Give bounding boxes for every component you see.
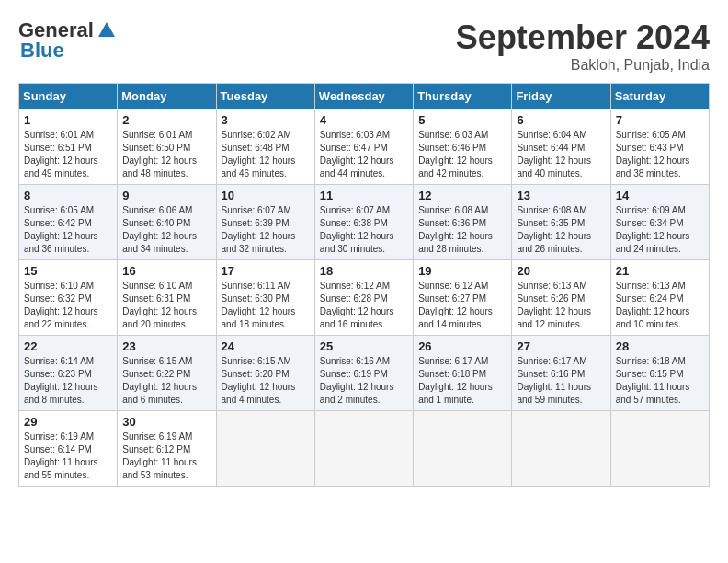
calendar-cell: 8Sunrise: 6:05 AMSunset: 6:42 PMDaylight… [19,185,118,260]
calendar-cell: 10Sunrise: 6:07 AMSunset: 6:39 PMDayligh… [216,185,314,260]
calendar-cell: 25Sunrise: 6:16 AMSunset: 6:19 PMDayligh… [314,336,413,411]
header-cell-friday: Friday [512,84,610,109]
cell-content: Sunrise: 6:14 AMSunset: 6:23 PMDaylight:… [24,355,112,407]
calendar-cell: 17Sunrise: 6:11 AMSunset: 6:30 PMDayligh… [216,260,314,336]
calendar-cell: 23Sunrise: 6:15 AMSunset: 6:22 PMDayligh… [118,336,216,411]
day-number: 5 [418,113,506,127]
calendar-week-row: 15Sunrise: 6:10 AMSunset: 6:32 PMDayligh… [19,260,710,336]
cell-content: Sunrise: 6:07 AMSunset: 6:38 PMDaylight:… [320,204,408,256]
calendar-cell: 1Sunrise: 6:01 AMSunset: 6:51 PMDaylight… [19,109,118,185]
cell-content: Sunrise: 6:05 AMSunset: 6:43 PMDaylight:… [616,129,704,180]
day-number: 8 [24,189,112,202]
cell-content: Sunrise: 6:03 AMSunset: 6:46 PMDaylight:… [418,129,506,180]
day-number: 6 [517,113,605,127]
header-cell-wednesday: Wednesday [314,84,413,109]
calendar-cell [414,411,512,487]
day-number: 29 [24,415,112,429]
cell-content: Sunrise: 6:12 AMSunset: 6:27 PMDaylight:… [418,280,506,331]
cell-content: Sunrise: 6:10 AMSunset: 6:32 PMDaylight:… [24,280,112,331]
cell-content: Sunrise: 6:05 AMSunset: 6:42 PMDaylight:… [24,204,112,256]
calendar-cell: 13Sunrise: 6:08 AMSunset: 6:35 PMDayligh… [512,185,610,260]
calendar-cell: 20Sunrise: 6:13 AMSunset: 6:26 PMDayligh… [512,260,610,336]
calendar-cell: 26Sunrise: 6:17 AMSunset: 6:18 PMDayligh… [414,336,512,411]
day-number: 10 [222,189,310,202]
cell-content: Sunrise: 6:09 AMSunset: 6:34 PMDaylight:… [616,204,704,256]
title-block: September 2024 Bakloh, Punjab, India [456,18,710,74]
header-cell-monday: Monday [118,84,216,109]
cell-content: Sunrise: 6:17 AMSunset: 6:18 PMDaylight:… [418,355,506,407]
cell-content: Sunrise: 6:15 AMSunset: 6:22 PMDaylight:… [122,355,210,407]
calendar-week-row: 8Sunrise: 6:05 AMSunset: 6:42 PMDaylight… [19,185,710,260]
calendar-cell: 6Sunrise: 6:04 AMSunset: 6:44 PMDaylight… [512,109,610,185]
calendar-cell: 24Sunrise: 6:15 AMSunset: 6:20 PMDayligh… [216,336,314,411]
day-number: 9 [122,189,210,202]
calendar-cell: 5Sunrise: 6:03 AMSunset: 6:46 PMDaylight… [414,109,512,185]
cell-content: Sunrise: 6:11 AMSunset: 6:30 PMDaylight:… [222,280,310,331]
cell-content: Sunrise: 6:18 AMSunset: 6:15 PMDaylight:… [616,355,704,407]
calendar-week-row: 22Sunrise: 6:14 AMSunset: 6:23 PMDayligh… [19,336,710,411]
cell-content: Sunrise: 6:19 AMSunset: 6:14 PMDaylight:… [24,431,112,482]
day-number: 25 [320,339,408,353]
cell-content: Sunrise: 6:10 AMSunset: 6:31 PMDaylight:… [122,280,210,331]
calendar-cell: 28Sunrise: 6:18 AMSunset: 6:15 PMDayligh… [610,336,709,411]
day-number: 27 [517,339,605,353]
calendar-cell: 3Sunrise: 6:02 AMSunset: 6:48 PMDaylight… [216,109,314,185]
cell-content: Sunrise: 6:07 AMSunset: 6:39 PMDaylight:… [222,204,310,256]
cell-content: Sunrise: 6:17 AMSunset: 6:16 PMDaylight:… [517,355,605,407]
day-number: 1 [24,113,112,127]
cell-content: Sunrise: 6:13 AMSunset: 6:26 PMDaylight:… [517,280,605,331]
cell-content: Sunrise: 6:08 AMSunset: 6:35 PMDaylight:… [517,204,605,256]
day-number: 24 [222,339,310,353]
day-number: 7 [616,113,704,127]
day-number: 2 [122,113,210,127]
header-cell-saturday: Saturday [610,84,709,109]
cell-content: Sunrise: 6:12 AMSunset: 6:28 PMDaylight:… [320,280,408,331]
calendar-week-row: 1Sunrise: 6:01 AMSunset: 6:51 PMDaylight… [19,109,710,185]
day-number: 26 [418,339,506,353]
day-number: 4 [320,113,408,127]
header-cell-sunday: Sunday [19,84,118,109]
cell-content: Sunrise: 6:03 AMSunset: 6:47 PMDaylight:… [320,129,408,180]
day-number: 16 [122,264,210,278]
cell-content: Sunrise: 6:04 AMSunset: 6:44 PMDaylight:… [517,129,605,180]
cell-content: Sunrise: 6:16 AMSunset: 6:19 PMDaylight:… [320,355,408,407]
day-number: 13 [517,189,605,202]
calendar-cell: 27Sunrise: 6:17 AMSunset: 6:16 PMDayligh… [512,336,610,411]
day-number: 21 [616,264,704,278]
calendar-cell: 22Sunrise: 6:14 AMSunset: 6:23 PMDayligh… [19,336,118,411]
day-number: 28 [616,339,704,353]
calendar-cell: 29Sunrise: 6:19 AMSunset: 6:14 PMDayligh… [19,411,118,487]
calendar-cell: 18Sunrise: 6:12 AMSunset: 6:28 PMDayligh… [314,260,413,336]
day-number: 15 [24,264,112,278]
cell-content: Sunrise: 6:06 AMSunset: 6:40 PMDaylight:… [122,204,210,256]
header-cell-thursday: Thursday [414,84,512,109]
page-header: General Blue September 2024 Bakloh, Punj… [18,18,710,74]
day-number: 30 [122,415,210,429]
calendar-week-row: 29Sunrise: 6:19 AMSunset: 6:14 PMDayligh… [19,411,710,487]
calendar-cell: 4Sunrise: 6:03 AMSunset: 6:47 PMDaylight… [314,109,413,185]
calendar-cell: 12Sunrise: 6:08 AMSunset: 6:36 PMDayligh… [414,185,512,260]
day-number: 22 [24,339,112,353]
day-number: 19 [418,264,506,278]
month-title: September 2024 [456,18,710,57]
calendar-cell: 9Sunrise: 6:06 AMSunset: 6:40 PMDaylight… [118,185,216,260]
calendar-cell: 11Sunrise: 6:07 AMSunset: 6:38 PMDayligh… [314,185,413,260]
calendar-cell [610,411,709,487]
calendar-cell: 7Sunrise: 6:05 AMSunset: 6:43 PMDaylight… [610,109,709,185]
cell-content: Sunrise: 6:19 AMSunset: 6:12 PMDaylight:… [122,431,210,482]
cell-content: Sunrise: 6:01 AMSunset: 6:51 PMDaylight:… [24,129,112,180]
day-number: 3 [222,113,310,127]
calendar-cell [216,411,314,487]
calendar-cell [314,411,413,487]
logo-icon [97,20,117,40]
header-row: SundayMondayTuesdayWednesdayThursdayFrid… [19,84,710,109]
calendar-cell: 21Sunrise: 6:13 AMSunset: 6:24 PMDayligh… [610,260,709,336]
calendar-cell: 15Sunrise: 6:10 AMSunset: 6:32 PMDayligh… [19,260,118,336]
svg-marker-0 [98,22,115,37]
cell-content: Sunrise: 6:01 AMSunset: 6:50 PMDaylight:… [122,129,210,180]
day-number: 20 [517,264,605,278]
day-number: 14 [616,189,704,202]
cell-content: Sunrise: 6:02 AMSunset: 6:48 PMDaylight:… [222,129,310,180]
calendar-cell: 30Sunrise: 6:19 AMSunset: 6:12 PMDayligh… [118,411,216,487]
day-number: 23 [122,339,210,353]
